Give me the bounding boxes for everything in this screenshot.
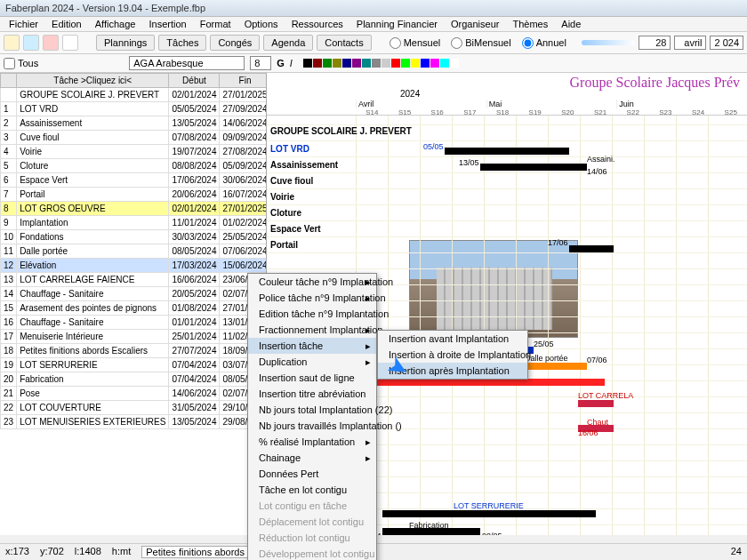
- color-palette[interactable]: [303, 59, 459, 68]
- ctx-item[interactable]: Nb jours travaillés Implantation (): [248, 418, 376, 434]
- table-row[interactable]: 15Arasement des pointes de pignons01/08/…: [1, 301, 268, 316]
- table-row[interactable]: 13LOT CARRELAGE FAIENCE16/06/202423/06/2…: [1, 273, 268, 287]
- gantt-bar-label: 13/05: [459, 158, 479, 167]
- table-row[interactable]: 14Chauffage - Sanitaire20/05/202402/07/2…: [1, 287, 268, 301]
- status-h: h:mt: [112, 546, 131, 558]
- tab-conges[interactable]: Congés: [210, 35, 260, 51]
- zoom-slider[interactable]: [582, 40, 635, 45]
- gantt-bar[interactable]: [578, 400, 614, 407]
- toolbar-btn-1[interactable]: [4, 35, 20, 51]
- ctx-item[interactable]: Fractionnement Implantation: [248, 322, 376, 338]
- ctx-item[interactable]: Couleur tâche n°9 Implantation: [248, 274, 376, 290]
- tab-agenda[interactable]: Agenda: [263, 35, 313, 51]
- gantt-bar-label: Chaut: [587, 418, 608, 427]
- ctx-item[interactable]: Edition tâche n°9 Implantation: [248, 306, 376, 322]
- table-row[interactable]: 10Fondations30/03/202425/05/202457>menu<: [1, 230, 268, 244]
- table-row[interactable]: 22LOT COUVERTURE31/05/202429/10/2024152>…: [1, 401, 268, 415]
- btn-italic[interactable]: I: [290, 58, 293, 68]
- menu-organiseur[interactable]: Organiseur: [446, 17, 504, 31]
- table-row[interactable]: GROUPE SCOLAIRE J. PREVERT02/01/202427/0…: [1, 88, 268, 102]
- table-row[interactable]: 12Elévation17/03/202415/06/202491>m: [1, 259, 268, 273]
- ctx-item[interactable]: Insertion saut de ligne: [248, 370, 376, 386]
- menu-affichage[interactable]: Affichage: [90, 17, 141, 31]
- gantt-bar[interactable]: [445, 148, 569, 155]
- gantt-title: Groupe Scolaire Jacques Prév: [570, 75, 741, 91]
- radio-annuel[interactable]: Annuel: [522, 37, 566, 49]
- menu-format[interactable]: Format: [195, 17, 237, 31]
- col-debut[interactable]: Début: [169, 74, 220, 88]
- ctx-item[interactable]: Données Pert: [248, 466, 376, 482]
- gantt-bar[interactable]: [569, 245, 614, 252]
- table-row[interactable]: 11Dalle portée08/05/202407/06/202431>m: [1, 244, 268, 259]
- check-tous[interactable]: Tous: [4, 58, 38, 69]
- table-row[interactable]: 5Cloture08/08/202405/09/202429>menu<: [1, 159, 268, 173]
- tab-plannings[interactable]: Plannings: [96, 35, 155, 51]
- table-row[interactable]: 2Assainissement13/05/202414/06/202433>me…: [1, 116, 268, 131]
- table-row[interactable]: 20Fabrication07/04/202408/05/202432>m: [1, 372, 268, 387]
- ctx-item[interactable]: % réalisé Implantation: [248, 434, 376, 450]
- btn-bold[interactable]: G: [277, 58, 285, 68]
- tab-contacts[interactable]: Contacts: [317, 35, 371, 51]
- gantt-bar-label: Fabrication: [409, 521, 449, 530]
- table-row[interactable]: 19LOT SERRURERIE07/04/202403/07/202487>m: [1, 358, 268, 372]
- status-zoom: 24: [731, 546, 742, 558]
- spin-day[interactable]: 28: [639, 36, 671, 50]
- menu-edition[interactable]: Edition: [46, 17, 87, 31]
- menu-fichier[interactable]: Fichier: [4, 17, 44, 31]
- menu-options[interactable]: Options: [239, 17, 284, 31]
- table-row[interactable]: 21Pose14/06/202402/07/202419>m: [1, 387, 268, 401]
- table-row[interactable]: 16Chauffage - Sanitaire01/01/202413/01/2…: [1, 316, 268, 330]
- col-task[interactable]: Tâche >Cliquez ici<: [17, 74, 169, 88]
- col-num[interactable]: [1, 74, 17, 88]
- gantt-bar-label: 05/05: [423, 142, 444, 151]
- ctx-sub-item[interactable]: Insertion avant Implantation: [378, 331, 527, 347]
- table-row[interactable]: 6Espace Vert17/06/202430/06/202414>menu<: [1, 173, 268, 188]
- menu-aide[interactable]: Aide: [556, 17, 586, 31]
- gantt-row-label: Cloture: [270, 208, 301, 218]
- table-row[interactable]: 3Cuve fioul07/08/202409/09/202434>menu<: [1, 131, 268, 145]
- ctx-item[interactable]: Nb jours total Implantation (22): [248, 402, 376, 418]
- gantt-bar[interactable]: [382, 510, 596, 517]
- toolbar-btn-2[interactable]: [23, 35, 39, 51]
- ctx-item: Réduction lot contigu: [248, 530, 376, 546]
- spin-month[interactable]: avril: [674, 36, 706, 50]
- gantt-bar[interactable]: [480, 164, 587, 171]
- table-row[interactable]: 1LOT VRD05/05/202427/09/2024146>menu<: [1, 102, 268, 116]
- task-grid[interactable]: Tâche >Cliquez ici< Début Fin J Menu GRO…: [0, 73, 267, 535]
- table-row[interactable]: 9Implantation11/01/202401/02/202422>menu…: [1, 216, 268, 230]
- table-row[interactable]: 7Portail20/06/202416/07/202427>menu<: [1, 188, 268, 202]
- menu-themes[interactable]: Thèmes: [507, 17, 553, 31]
- gantt-bar-label: 25/05: [534, 340, 554, 348]
- context-menu[interactable]: Couleur tâche n°9 ImplantationPolice tâc…: [247, 273, 377, 560]
- status-x: x:173: [5, 546, 29, 558]
- ctx-item[interactable]: Chainage: [248, 450, 376, 466]
- gantt-bar-label: 07/06: [587, 356, 607, 364]
- radio-bimensuel[interactable]: BiMensuel: [451, 37, 510, 49]
- ctx-item[interactable]: Police tâche n°9 Implantation: [248, 290, 376, 306]
- gantt-bar-label: Dalle portée: [525, 354, 568, 363]
- table-row[interactable]: 18Petites finitions abords Escaliers27/0…: [1, 344, 268, 358]
- menu-insertion[interactable]: Insertion: [144, 17, 192, 31]
- menu-ressources[interactable]: Ressources: [286, 17, 349, 31]
- col-fin[interactable]: Fin: [220, 74, 267, 88]
- gantt-year: 2024: [400, 89, 420, 99]
- toolbar-btn-4[interactable]: [62, 35, 78, 51]
- ctx-item: Déplacement lot contigu: [248, 514, 376, 530]
- project-photo: [409, 240, 578, 338]
- table-row[interactable]: 17Menuiserie Intérieure25/01/202411/02/2…: [1, 330, 268, 344]
- gantt-row-label: Cuve fioul: [270, 176, 313, 186]
- spin-year[interactable]: 2 024: [710, 36, 743, 50]
- table-row[interactable]: 4Voirie19/07/202427/08/202440>menu<: [1, 145, 268, 159]
- combo-num[interactable]: 8: [250, 56, 271, 70]
- tab-taches[interactable]: Tâches: [158, 35, 206, 51]
- table-row[interactable]: 23LOT MENUISERIES EXTERIEURES13/05/20242…: [1, 415, 268, 429]
- ctx-item[interactable]: Duplication: [248, 354, 376, 370]
- combo-resource[interactable]: AGA Arabesque: [129, 56, 245, 70]
- ctx-item[interactable]: Insertion tâche: [248, 338, 376, 354]
- radio-mensuel[interactable]: Mensuel: [390, 37, 441, 49]
- table-row[interactable]: 8LOT GROS OEUVRE02/01/202427/01/2025392: [1, 202, 268, 216]
- ctx-item[interactable]: Tâche en lot contigu: [248, 482, 376, 498]
- ctx-item[interactable]: Insertion titre abréviation: [248, 386, 376, 402]
- toolbar-btn-3[interactable]: [43, 35, 59, 51]
- menu-planning[interactable]: Planning Financier: [351, 17, 443, 31]
